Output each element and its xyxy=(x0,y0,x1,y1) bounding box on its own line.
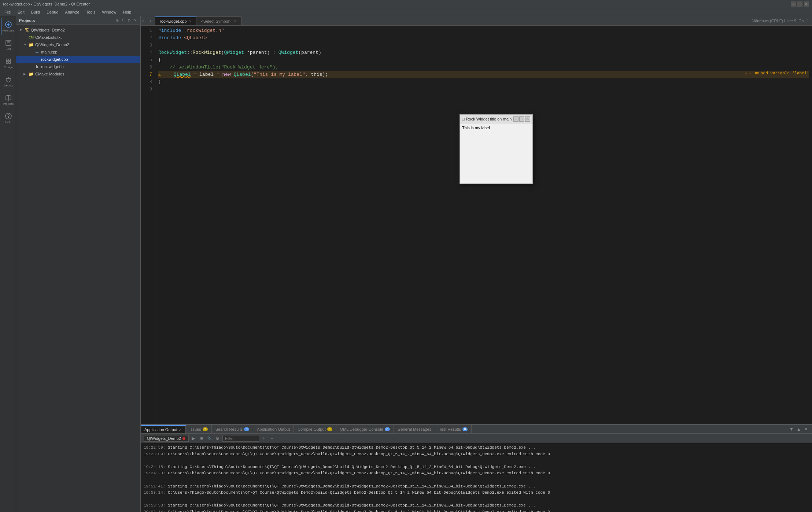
menu-item-tools[interactable]: Tools xyxy=(83,9,99,15)
editor-tab-bar: ‹ › rockwidget.cpp ✕ <Select Symbol> ✕ W… xyxy=(141,16,812,26)
tab-editor-next[interactable]: › xyxy=(148,16,155,25)
sidebar-item-help[interactable]: Help xyxy=(1,109,15,127)
sidebar-item-debug[interactable]: Debug xyxy=(1,73,15,90)
stop-icon[interactable] xyxy=(182,437,185,440)
menu-item-window[interactable]: Window xyxy=(99,9,119,15)
menu-item-analyze[interactable]: Analyze xyxy=(62,9,82,15)
tree-label: main.cpp xyxy=(41,50,58,54)
tree-label: CMake Modules xyxy=(35,72,64,76)
code-line-1: #include "rockwidget.h" xyxy=(158,27,809,34)
settings-button[interactable]: ⚙ xyxy=(214,435,221,442)
warning-annotation: ⚠ ⚠ unused variable 'label' xyxy=(745,70,809,77)
tree-item-rockwidget-cpp[interactable]: — rockwidget.cpp xyxy=(16,56,140,63)
tab-rockwidget-cpp[interactable]: rockwidget.cpp ✕ xyxy=(155,16,196,25)
qt-maximize-button[interactable]: □ xyxy=(519,116,524,122)
add-button[interactable]: + xyxy=(261,435,267,442)
projects-tree: ▼ 🏗 QtWidgets_Demo2 CM CMakeLists.txt ▼ … xyxy=(16,25,140,512)
menu-item-help[interactable]: Help xyxy=(120,9,134,15)
sidebar-label-projects: Projects xyxy=(3,102,14,105)
tab-application-output-2[interactable]: Application Output xyxy=(253,425,294,433)
qt-minimize-button[interactable]: ─ xyxy=(513,116,518,122)
tab-select-symbol[interactable]: <Select Symbol> ✕ xyxy=(196,16,241,25)
test-badge: 8 xyxy=(462,427,468,431)
svg-line-12 xyxy=(6,78,7,79)
line-num: 8 xyxy=(141,78,152,86)
code-line-6: // setWindowTitle("Rock Widget Here"); xyxy=(158,64,809,71)
code-line-9 xyxy=(158,86,809,93)
tab-label: QML Debugger Console xyxy=(340,427,383,431)
settings-button[interactable]: ⚙ xyxy=(127,18,132,22)
tab-test-results[interactable]: Test Results 8 xyxy=(435,425,472,433)
bottom-panel: Application Output ⤢ Issues 2 Search Res… xyxy=(141,424,812,512)
project-output-tab[interactable]: QtWidgets_Demo2 xyxy=(144,435,189,442)
line-num: 6 xyxy=(141,64,152,71)
tree-item-rockwidget-h[interactable]: h rockwidget.h xyxy=(16,63,140,70)
warning-icon: ⚠ xyxy=(158,71,161,78)
app-output-content: 19:22:59: Starting C:\Users\Thiago\Souto… xyxy=(141,443,812,512)
minimize-button[interactable]: ─ xyxy=(791,1,796,7)
sidebar-item-design[interactable]: Design xyxy=(1,54,15,72)
projects-panel: Projects ⊘ ↻ ⚙ ✕ ▼ 🏗 QtWidgets_Demo2 CM … xyxy=(16,16,141,512)
menu-item-file[interactable]: File xyxy=(1,9,14,15)
editor-status-info: Windows (CRLF) Line: 9, Col: 1 xyxy=(749,16,812,25)
svg-rect-7 xyxy=(9,59,11,61)
svg-rect-6 xyxy=(6,59,8,61)
tab-label: Test Results xyxy=(439,427,461,431)
tree-item-cmake[interactable]: CM CMakeLists.txt xyxy=(16,34,140,41)
expand-icon[interactable]: ⤢ xyxy=(179,428,182,432)
output-line-blank xyxy=(144,496,809,503)
maximize-button[interactable]: □ xyxy=(797,1,802,7)
tree-item-folder[interactable]: ▼ 📁 QtWidgets_Demo2 xyxy=(16,41,140,48)
menu-item-debug[interactable]: Debug xyxy=(44,9,61,15)
sidebar-label-welcome: Welcome xyxy=(2,29,14,32)
output-filter-input[interactable] xyxy=(222,435,259,442)
sidebar-item-projects[interactable]: Projects xyxy=(1,91,15,108)
qt-close-button[interactable]: ✕ xyxy=(525,116,530,122)
menu-item-build[interactable]: Build xyxy=(28,9,43,15)
title-bar-controls: ─ □ ✕ xyxy=(791,1,809,7)
tree-arrow: ▶ xyxy=(23,72,27,76)
sidebar-item-welcome[interactable]: Welcome xyxy=(1,18,15,35)
remove-button[interactable]: − xyxy=(269,435,275,442)
stop-button[interactable]: ■ xyxy=(198,435,205,442)
tab-issues[interactable]: Issues 2 xyxy=(186,425,212,433)
tree-item-main-cpp[interactable]: — main.cpp xyxy=(16,48,140,56)
close-button[interactable]: ✕ xyxy=(804,1,809,7)
bottom-tabs-right: ▼ ▲ ✕ xyxy=(789,426,812,432)
tab-close-icon[interactable]: ✕ xyxy=(189,19,192,23)
run-button[interactable]: ▶ xyxy=(190,435,197,442)
tab-application-output[interactable]: Application Output ⤢ xyxy=(141,425,186,433)
tree-label: rockwidget.cpp xyxy=(41,57,68,62)
tree-item-root[interactable]: ▼ 🏗 QtWidgets_Demo2 xyxy=(16,26,140,34)
maximize-panel-button[interactable]: ▲ xyxy=(796,426,802,432)
qt-window-titlebar: □ Rock Widget title on main ─ □ ✕ xyxy=(460,115,532,123)
menu-item-edit[interactable]: Edit xyxy=(15,9,27,15)
tab-search-results[interactable]: Search Results 3 xyxy=(212,425,254,433)
qt-application-window[interactable]: □ Rock Widget title on main ─ □ ✕ This i… xyxy=(459,114,533,184)
sidebar-item-edit[interactable]: Edit xyxy=(1,36,15,53)
tab-close-icon[interactable]: ✕ xyxy=(234,19,237,23)
close-panel-button[interactable]: ✕ xyxy=(803,426,809,432)
close-panel-button[interactable]: ✕ xyxy=(133,18,137,22)
warning-text: ⚠ unused variable 'label' xyxy=(749,70,809,77)
sync-button[interactable]: ↻ xyxy=(121,18,125,22)
qt-window-title: Rock Widget title on main xyxy=(466,117,512,121)
line-num: 2 xyxy=(141,34,152,42)
tab-qml-debugger[interactable]: QML Debugger Console 6 xyxy=(336,425,394,433)
code-content[interactable]: #include "rockwidget.h" #include <QLabel… xyxy=(155,26,812,424)
search-badge: 3 xyxy=(244,427,249,431)
tab-editor-prev[interactable]: ‹ xyxy=(141,16,148,25)
collapse-panel-button[interactable]: ▼ xyxy=(789,426,794,432)
attach-button[interactable]: 📎 xyxy=(206,435,213,442)
svg-line-13 xyxy=(10,78,11,79)
tree-item-cmake-modules[interactable]: ▶ 📁 CMake Modules xyxy=(16,70,140,78)
output-line: 19:24:23: C:\Users\Thiago\Souto\Document… xyxy=(144,470,809,477)
tab-compile-output[interactable]: Compile Output 4 xyxy=(294,425,336,433)
cmake-icon: CM xyxy=(29,35,34,40)
svg-point-16 xyxy=(8,117,9,118)
output-line: 19:23:09: C:\Users\Thiago\Souto\Document… xyxy=(144,451,809,458)
qt-window-content: This is my label xyxy=(460,123,532,183)
filter-button[interactable]: ⊘ xyxy=(115,18,119,22)
tab-general-messages[interactable]: General Messages xyxy=(394,425,435,433)
svg-point-1 xyxy=(7,23,10,26)
